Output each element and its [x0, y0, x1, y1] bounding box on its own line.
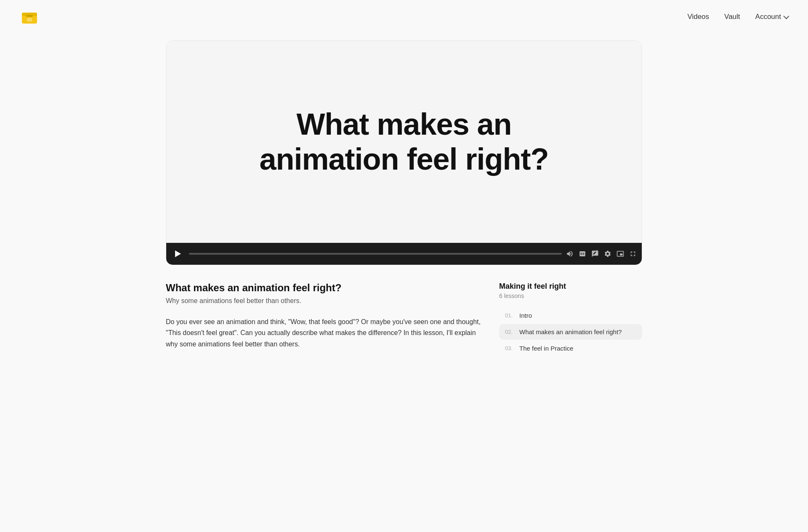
course-sidebar: Making it feel right 6 lessons 01. Intro…: [499, 282, 642, 356]
lesson-item-01[interactable]: 01. Intro: [499, 308, 642, 323]
captions-button[interactable]: [579, 250, 586, 258]
video-info: What makes an animation feel right? Why …: [166, 282, 482, 356]
video-display[interactable]: What makes an animation feel right?: [166, 41, 642, 243]
play-button[interactable]: [171, 247, 185, 261]
nav-vault-link[interactable]: Vault: [724, 13, 740, 21]
lesson-label-01: Intro: [519, 312, 636, 319]
fullscreen-button[interactable]: [629, 250, 637, 258]
logo-icon: [20, 8, 39, 26]
settings-button[interactable]: [604, 250, 611, 258]
nav-account-menu[interactable]: Account: [755, 13, 788, 21]
nav-links: Videos Vault Account: [687, 13, 788, 21]
logo[interactable]: [20, 8, 39, 26]
volume-button[interactable]: [566, 250, 574, 258]
lesson-label-03: The feel in Practice: [519, 345, 636, 352]
svg-rect-2: [26, 15, 33, 17]
chevron-down-icon: [783, 13, 789, 19]
lesson-list: 01. Intro 02. What makes an animation fe…: [499, 308, 642, 356]
lesson-number-01: 01.: [505, 312, 516, 319]
video-title-overlay: What makes an animation feel right?: [259, 107, 548, 177]
lesson-number-03: 03.: [505, 345, 516, 351]
transcript-button[interactable]: [591, 250, 599, 258]
nav-account-label: Account: [755, 13, 781, 21]
course-lessons-count: 6 lessons: [499, 293, 642, 299]
course-title: Making it feel right: [499, 282, 642, 291]
video-card: What makes an animation feel right?: [166, 40, 642, 265]
control-icons: [566, 250, 637, 258]
video-controls: [166, 243, 642, 265]
play-icon: [175, 250, 181, 257]
video-info-subtitle: Why some animations feel better than oth…: [166, 297, 482, 305]
below-video: What makes an animation feel right? Why …: [166, 282, 642, 381]
page-content: What makes an animation feel right?: [156, 40, 652, 381]
lesson-label-02: What makes an animation feel right?: [519, 328, 636, 335]
progress-bar[interactable]: [189, 253, 562, 255]
pip-button[interactable]: [617, 250, 624, 258]
video-info-body: Do you ever see an animation and think, …: [166, 317, 482, 350]
video-info-title: What makes an animation feel right?: [166, 282, 482, 294]
lesson-item-03[interactable]: 03. The feel in Practice: [499, 340, 642, 356]
lesson-item-02[interactable]: 02. What makes an animation feel right?: [499, 324, 642, 340]
nav-videos-link[interactable]: Videos: [687, 13, 709, 21]
lesson-number-02: 02.: [505, 329, 516, 335]
svg-rect-3: [27, 18, 32, 21]
main-nav: Videos Vault Account: [0, 0, 808, 34]
